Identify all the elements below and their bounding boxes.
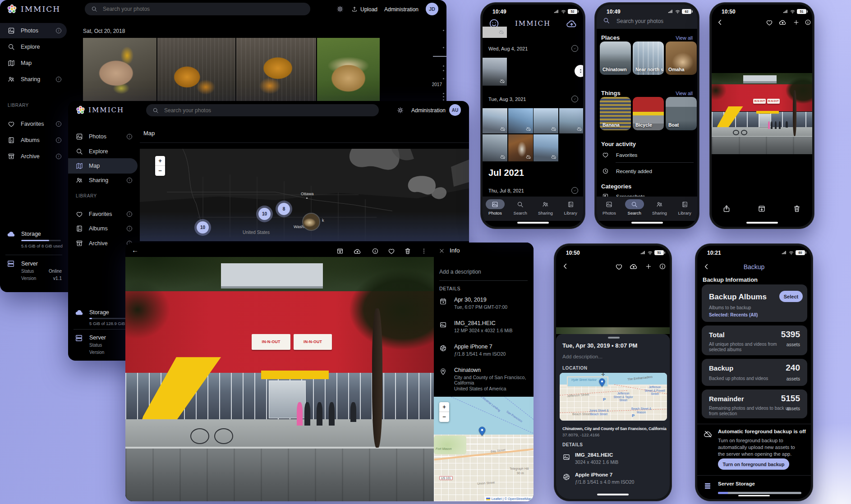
detail-location[interactable]: Chinatown [454, 367, 481, 373]
cloud-upload-icon[interactable] [354, 247, 361, 255]
favorite-icon[interactable] [615, 263, 623, 270]
map-zoom-control[interactable]: +− [439, 402, 449, 422]
search-bar[interactable] [85, 3, 310, 15]
location-map[interactable]: Pier 33 Alcatraz Landing San Francisco F… [434, 397, 534, 501]
description-placeholder[interactable]: Add description... [562, 354, 603, 359]
photo-thumbnail[interactable] [83, 38, 156, 101]
photo-thumbnail[interactable] [508, 108, 533, 133]
place-card[interactable]: Omaha [666, 41, 697, 75]
info-sheet[interactable]: Tue, Apr 30, 2019 • 8:07 PM Add descript… [556, 334, 670, 499]
sidebar-item-albums[interactable]: Albums i [68, 221, 138, 236]
sidebar-item-photos[interactable]: Photos i [0, 23, 67, 38]
archive-icon[interactable] [336, 247, 344, 255]
scrubber-handle[interactable] [433, 56, 446, 57]
photo-viewer[interactable]: IN-N-OUTIN-N-OUT [125, 257, 434, 501]
back-arrow-icon[interactable]: ← [132, 246, 138, 254]
search-input[interactable] [103, 6, 304, 12]
location-map[interactable]: Hyde Street Harbor Jefferson Street The … [560, 373, 667, 421]
photo-thumbnail[interactable] [236, 38, 316, 101]
nav-library[interactable]: Library [672, 197, 697, 221]
photo-edge[interactable] [556, 327, 670, 334]
sidebar-item-map[interactable]: Map [0, 55, 67, 71]
sidebar-item-sharing[interactable]: Sharing i [68, 173, 138, 188]
select-day-checkbox[interactable] [571, 45, 578, 52]
home-indicator[interactable] [738, 495, 770, 496]
backup-cloud-icon[interactable] [566, 18, 577, 29]
zoom-in-button[interactable]: + [439, 402, 449, 412]
drag-handle[interactable] [608, 337, 620, 339]
map-cluster-marker[interactable]: 10 [258, 208, 271, 220]
sidebar-item-favorites[interactable]: Favorites i [68, 206, 138, 222]
photo-thumbnail[interactable] [559, 108, 584, 133]
map-zoom-control[interactable]: +− [155, 156, 165, 176]
nav-photos[interactable]: Photos [483, 197, 508, 221]
photo-thumbnail[interactable] [508, 134, 533, 161]
share-icon[interactable] [722, 205, 731, 213]
photo-thumbnail[interactable] [317, 38, 380, 101]
home-indicator[interactable] [746, 222, 778, 224]
back-chevron-icon[interactable] [716, 18, 724, 26]
nav-search[interactable]: Search [622, 197, 647, 221]
sidebar-item-map-active[interactable]: Map [68, 158, 138, 174]
map-photo-marker[interactable] [302, 213, 320, 231]
trash-icon[interactable] [793, 205, 801, 213]
select-button[interactable]: Select [779, 291, 803, 302]
photo-thumbnail[interactable] [483, 108, 507, 133]
favorite-icon[interactable] [388, 247, 395, 255]
thing-card[interactable]: Bicycle [633, 97, 664, 130]
description-placeholder[interactable]: Add a description [439, 269, 481, 275]
sidebar-item-sharing[interactable]: Sharing i [0, 72, 67, 87]
user-avatar[interactable]: AU [449, 104, 461, 116]
archive-icon[interactable] [758, 205, 766, 213]
home-indicator[interactable] [631, 222, 663, 224]
zoom-in-button[interactable]: + [155, 156, 165, 166]
photo-viewer[interactable]: IN-N-OUTIN-N-OUT [712, 73, 812, 154]
map-cluster-marker[interactable]: 10 [197, 221, 209, 234]
view-all-link[interactable]: View all [676, 91, 693, 96]
search-icon[interactable] [603, 17, 610, 24]
place-card[interactable]: Near north side [633, 41, 664, 75]
map-cluster-marker[interactable]: 8 [278, 203, 290, 215]
trash-icon[interactable] [404, 247, 411, 255]
cloud-upload-icon[interactable] [779, 18, 787, 26]
nav-photos[interactable]: Photos [597, 197, 622, 221]
more-options-icon[interactable] [420, 247, 428, 255]
sidebar-item-explore[interactable]: Explore [68, 144, 138, 159]
view-all-link[interactable]: View all [676, 35, 693, 41]
theme-toggle-icon[interactable] [336, 5, 344, 13]
search-input[interactable] [164, 107, 373, 114]
thing-card[interactable]: Banana [600, 97, 631, 130]
immich-logo-icon[interactable] [75, 105, 86, 115]
administration-link[interactable]: Administration [411, 107, 446, 114]
select-day-checkbox[interactable] [571, 187, 578, 194]
zoom-out-button[interactable]: − [439, 412, 449, 422]
thing-card[interactable]: Boat [666, 97, 697, 130]
photo-thumbnail[interactable] [483, 58, 507, 86]
recently-added-row[interactable]: Recently added [602, 168, 652, 174]
favorites-row[interactable]: Favorites [602, 151, 637, 158]
sidebar-item-photos[interactable]: Photos i [68, 129, 138, 144]
cloud-upload-icon[interactable] [630, 262, 638, 270]
administration-link[interactable]: Administration [384, 6, 419, 13]
immich-logo-text[interactable]: IMMICH [21, 5, 60, 14]
add-icon[interactable] [645, 263, 652, 270]
immich-logo-icon[interactable] [6, 4, 18, 15]
turn-on-backup-button[interactable]: Turn on foreground backup [718, 458, 789, 470]
sidebar-item-favorites[interactable]: Favorites i [0, 116, 67, 132]
upload-icon[interactable] [351, 6, 358, 12]
nav-library[interactable]: Library [558, 197, 583, 221]
sidebar-item-explore[interactable]: Explore [0, 39, 67, 55]
home-indicator[interactable] [517, 222, 549, 224]
info-icon[interactable] [805, 19, 811, 26]
select-day-checkbox[interactable] [571, 96, 578, 102]
sidebar-item-albums[interactable]: Albums i [0, 133, 67, 148]
info-icon[interactable] [372, 247, 379, 255]
immich-logo-text[interactable]: IMMICH [88, 106, 124, 114]
photo-thumbnail[interactable] [534, 134, 558, 161]
back-chevron-icon[interactable] [561, 262, 569, 270]
theme-toggle-icon[interactable] [397, 107, 404, 114]
zoom-out-button[interactable]: − [155, 166, 165, 176]
close-icon[interactable] [439, 248, 445, 254]
favorite-icon[interactable] [766, 19, 773, 26]
add-icon[interactable] [793, 19, 800, 26]
